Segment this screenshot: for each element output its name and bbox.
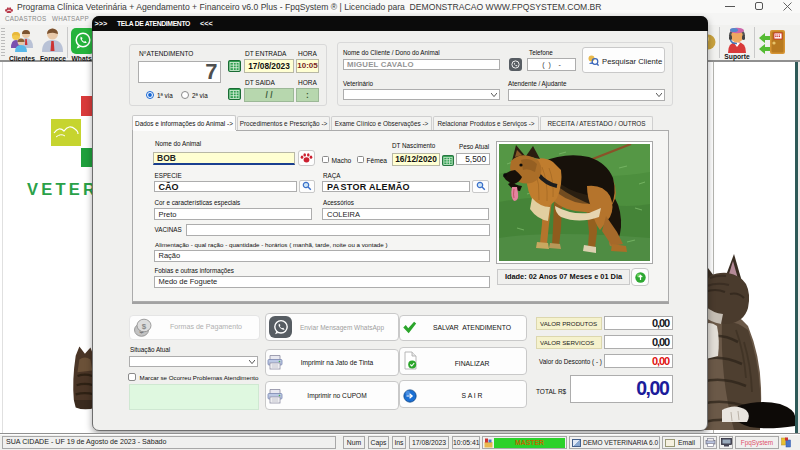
svg-text:$: $ [142,321,147,330]
